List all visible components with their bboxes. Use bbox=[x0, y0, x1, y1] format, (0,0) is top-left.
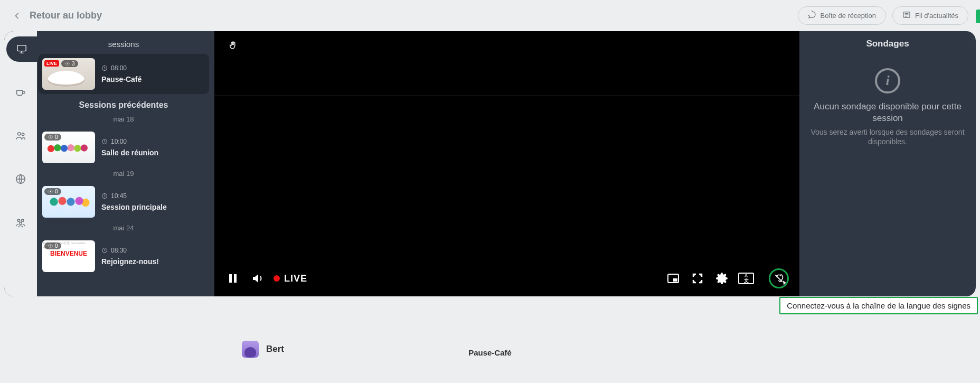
back-label: Retour au lobby bbox=[30, 10, 102, 21]
nav-group[interactable] bbox=[8, 210, 33, 235]
side-green-accent bbox=[976, 10, 980, 23]
video-divider bbox=[214, 96, 799, 96]
viewer-count: 0 bbox=[55, 189, 58, 194]
sign-language-button[interactable] bbox=[769, 268, 789, 288]
date-label: mai 18 bbox=[38, 115, 209, 123]
polls-empty-sub: Vous serez averti lorsque des sondages s… bbox=[809, 127, 966, 146]
svg-point-14 bbox=[50, 246, 51, 247]
svg-point-2 bbox=[18, 133, 21, 136]
svg-rect-19 bbox=[673, 278, 677, 282]
info-icon: i bbox=[875, 68, 900, 94]
news-feed-button[interactable]: Fil d'actualités bbox=[892, 6, 968, 25]
date-label: mai 24 bbox=[38, 224, 209, 232]
svg-point-12 bbox=[50, 191, 51, 192]
session-thumb: 0 bbox=[42, 132, 95, 163]
nav-rail bbox=[4, 31, 37, 296]
nav-globe[interactable] bbox=[8, 166, 33, 192]
viewer-badge: 0 bbox=[44, 134, 61, 141]
sessions-title: sessions bbox=[38, 40, 209, 49]
session-name: Pause-Café bbox=[101, 75, 142, 83]
back-to-lobby[interactable]: Retour au lobby bbox=[12, 10, 102, 21]
session-card[interactable]: 0 10:00 Salle de réunion bbox=[38, 127, 209, 167]
svg-point-7 bbox=[20, 222, 22, 225]
session-name: Rejoignez-nous! bbox=[101, 257, 159, 266]
live-dot-icon bbox=[274, 275, 280, 282]
topbar: Retour au lobby Boîte de réception Fil d… bbox=[0, 0, 980, 31]
session-time: 08:00 bbox=[101, 64, 142, 72]
svg-point-5 bbox=[17, 219, 20, 222]
nav-people[interactable] bbox=[8, 123, 33, 148]
svg-rect-16 bbox=[229, 274, 232, 283]
polls-title: Sondages bbox=[866, 39, 909, 49]
svg-point-6 bbox=[21, 219, 24, 222]
player-controls: LIVE A 文 bbox=[214, 266, 799, 291]
polls-panel: Sondages i Aucun sondage disponible pour… bbox=[799, 31, 976, 296]
pip-button[interactable] bbox=[665, 270, 681, 286]
inbox-button[interactable]: Boîte de réception bbox=[798, 6, 887, 25]
sign-language-tooltip: Connectez-vous à la chaîne de la langue … bbox=[779, 297, 978, 314]
cursor-icon bbox=[780, 279, 789, 291]
app-stage: sessions LIVE 3 08:00 Pause-Café bbox=[0, 31, 980, 383]
sessions-sidebar: sessions LIVE 3 08:00 Pause-Café bbox=[37, 31, 214, 296]
newspaper-icon bbox=[902, 11, 911, 21]
session-time: 10:45 bbox=[101, 192, 167, 200]
viewer-badge: 0 bbox=[44, 188, 61, 195]
username: Bert bbox=[266, 344, 284, 354]
session-time: 10:00 bbox=[101, 138, 158, 145]
svg-rect-1 bbox=[17, 45, 26, 51]
feed-label: Fil d'actualités bbox=[915, 12, 958, 20]
viewer-badge: 3 bbox=[61, 60, 78, 67]
fullscreen-button[interactable] bbox=[690, 270, 705, 286]
session-live-card[interactable]: LIVE 3 08:00 Pause-Café bbox=[38, 54, 209, 94]
user-avatar[interactable] bbox=[242, 341, 259, 358]
session-card[interactable]: 0 BIENVENUE 08:30 Rejoignez-nous! bbox=[38, 236, 209, 276]
svg-point-3 bbox=[22, 133, 24, 136]
pause-button[interactable] bbox=[225, 270, 241, 286]
translate-icon: A 文 bbox=[738, 273, 754, 284]
session-card[interactable]: 0 10:45 Session principale bbox=[38, 182, 209, 222]
welcome-text: BIENVENUE bbox=[45, 250, 92, 257]
chat-icon bbox=[808, 11, 816, 21]
nav-lounge[interactable] bbox=[8, 80, 33, 105]
session-thumb: 0 BIENVENUE bbox=[42, 240, 95, 272]
session-thumb: 0 bbox=[42, 186, 95, 218]
volume-button[interactable] bbox=[249, 270, 265, 286]
polls-empty-title: Aucun sondage disponible pour cette sess… bbox=[809, 101, 966, 124]
svg-point-10 bbox=[50, 137, 51, 138]
svg-rect-17 bbox=[234, 274, 237, 283]
session-name: Session principale bbox=[101, 203, 167, 211]
session-thumb: LIVE 3 bbox=[42, 58, 95, 90]
live-indicator: LIVE bbox=[274, 273, 307, 284]
viewer-badge: 0 bbox=[44, 242, 61, 249]
arrow-left-icon bbox=[12, 11, 22, 21]
nav-sessions[interactable] bbox=[6, 36, 37, 62]
live-text: LIVE bbox=[284, 273, 307, 284]
svg-point-8 bbox=[67, 63, 68, 64]
footer-bar: Bert Pause-Café bbox=[4, 333, 976, 365]
session-name: Salle de réunion bbox=[101, 148, 158, 157]
previous-sessions-title: Sessions précédentes bbox=[38, 100, 209, 110]
viewer-count: 0 bbox=[55, 243, 58, 249]
settings-button[interactable] bbox=[714, 270, 730, 286]
live-badge: LIVE bbox=[44, 60, 59, 67]
raise-hand-icon[interactable] bbox=[228, 41, 238, 52]
viewer-count: 0 bbox=[55, 134, 58, 140]
session-time: 08:30 bbox=[101, 247, 159, 254]
date-label: mai 19 bbox=[38, 170, 209, 178]
video-player[interactable]: LIVE A 文 bbox=[214, 31, 799, 296]
viewer-count: 3 bbox=[72, 61, 75, 67]
current-room-name: Pause-Café bbox=[468, 348, 512, 357]
inbox-label: Boîte de réception bbox=[821, 12, 877, 20]
main-panel: sessions LIVE 3 08:00 Pause-Café bbox=[4, 31, 976, 296]
translate-button[interactable]: A 文 bbox=[738, 270, 754, 286]
